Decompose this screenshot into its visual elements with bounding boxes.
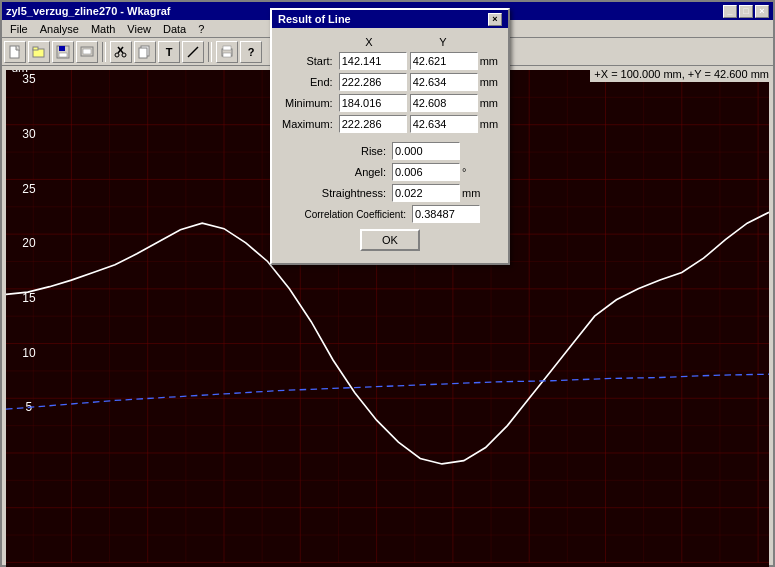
straightness-input[interactable]	[392, 184, 460, 202]
minimum-label: Minimum:	[282, 97, 339, 109]
end-x-input[interactable]	[339, 73, 407, 91]
dialog-title-text: Result of Line	[278, 13, 351, 25]
maximum-label: Maximum:	[282, 118, 339, 130]
menu-data[interactable]: Data	[157, 22, 192, 36]
menu-math[interactable]: Math	[85, 22, 121, 36]
svg-rect-2	[33, 47, 38, 50]
end-unit: mm	[480, 76, 498, 88]
angel-unit: °	[462, 166, 466, 178]
help-button[interactable]: ?	[240, 41, 262, 63]
dialog-close-button[interactable]: ×	[488, 13, 502, 26]
svg-text:10: 10	[22, 346, 36, 360]
svg-rect-5	[59, 53, 67, 57]
start-y-input[interactable]	[410, 52, 478, 70]
correlation-input[interactable]	[412, 205, 480, 223]
start-label: Start:	[282, 55, 339, 67]
angel-input[interactable]	[392, 163, 460, 181]
minimum-x-input[interactable]	[339, 94, 407, 112]
text-button[interactable]: T	[158, 41, 180, 63]
toolbar-separator-2	[208, 42, 212, 62]
minimize-button[interactable]: _	[723, 5, 737, 18]
menu-file[interactable]: File	[4, 22, 34, 36]
open-button[interactable]	[28, 41, 50, 63]
new-button[interactable]	[4, 41, 26, 63]
cut-button[interactable]	[110, 41, 132, 63]
dialog-row-minimum: Minimum: mm	[282, 94, 498, 112]
svg-rect-4	[59, 46, 65, 51]
maximum-unit: mm	[480, 118, 498, 130]
result-dialog: Result of Line × X Y Start: mm End:	[270, 8, 510, 265]
window-title: zyl5_verzug_zline270 - Wkagraf	[6, 5, 170, 17]
maximum-y-input[interactable]	[410, 115, 478, 133]
menu-view[interactable]: View	[121, 22, 157, 36]
toolbar-separator-1	[102, 42, 106, 62]
save-button[interactable]	[52, 41, 74, 63]
dialog-row-straightness: Straightness: mm	[282, 184, 498, 202]
ok-button[interactable]: OK	[360, 229, 420, 251]
print-button[interactable]	[216, 41, 238, 63]
svg-text:25: 25	[22, 182, 36, 196]
rise-input[interactable]	[392, 142, 460, 160]
dialog-title-bar: Result of Line ×	[272, 10, 508, 28]
dialog-content: X Y Start: mm End: mm Minimum:	[272, 28, 508, 263]
coords-display: +X = 100.000 mm, +Y = 42.600 mm	[590, 66, 773, 82]
menu-help[interactable]: ?	[192, 22, 210, 36]
dialog-row-end: End: mm	[282, 73, 498, 91]
menu-analyse[interactable]: Analyse	[34, 22, 85, 36]
start-x-input[interactable]	[339, 52, 407, 70]
rise-label: Rise:	[282, 145, 392, 157]
minimum-unit: mm	[480, 97, 498, 109]
start-unit: mm	[480, 55, 498, 67]
svg-point-10	[115, 53, 119, 57]
svg-line-14	[188, 47, 198, 57]
angel-label: Angel:	[282, 166, 392, 178]
svg-rect-17	[223, 53, 231, 57]
dialog-row-maximum: Maximum: mm	[282, 115, 498, 133]
dialog-header-row: X Y	[282, 36, 498, 48]
dialog-row-rise: Rise:	[282, 142, 498, 160]
copy-button[interactable]	[134, 41, 156, 63]
svg-text:20: 20	[22, 236, 36, 250]
minimum-y-input[interactable]	[410, 94, 478, 112]
col-header-x: X	[334, 36, 404, 48]
close-button[interactable]: ×	[755, 5, 769, 18]
dialog-row-angel: Angel: °	[282, 163, 498, 181]
straightness-label: Straightness:	[282, 187, 392, 199]
dialog-row-correlation: Correlation Coefficient:	[282, 205, 498, 223]
col-header-y: Y	[408, 36, 478, 48]
line-button[interactable]	[182, 41, 204, 63]
svg-rect-16	[223, 46, 231, 50]
maximize-button[interactable]: □	[739, 5, 753, 18]
correlation-label: Correlation Coefficient:	[282, 209, 412, 220]
svg-text:um: um	[11, 70, 28, 75]
end-y-input[interactable]	[410, 73, 478, 91]
dialog-row-start: Start: mm	[282, 52, 498, 70]
svg-point-11	[122, 53, 126, 57]
svg-rect-7	[83, 49, 91, 54]
print-preview-button[interactable]	[76, 41, 98, 63]
maximum-x-input[interactable]	[339, 115, 407, 133]
svg-rect-13	[139, 48, 147, 58]
end-label: End:	[282, 76, 339, 88]
straightness-unit: mm	[462, 187, 480, 199]
svg-text:30: 30	[22, 127, 36, 141]
title-bar-buttons: _ □ ×	[723, 5, 769, 18]
